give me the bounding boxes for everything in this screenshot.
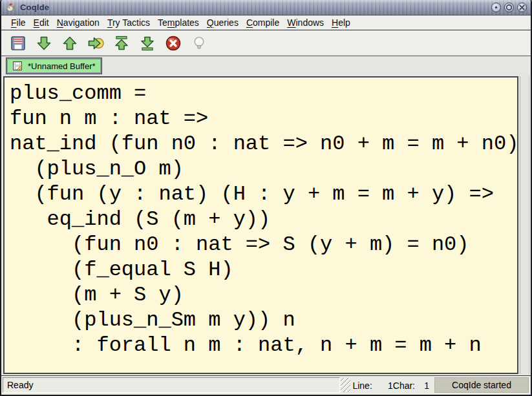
green-up-arrow-icon <box>61 35 78 52</box>
line-value: 1 <box>372 380 393 391</box>
floppy-save-icon <box>10 35 27 52</box>
red-stop-x-icon <box>165 35 182 52</box>
code-line: (plus_n_Sm m y)) n <box>10 307 517 333</box>
window-controls <box>491 3 527 12</box>
code-line: (fun (y : nat) (H : y + m = m + y) => <box>10 182 517 207</box>
code-line: (m + S y) <box>10 282 517 307</box>
coqide-status-panel: CoqIde started <box>434 377 529 393</box>
coqide-window: CoqIde FileEditNavigationTry TacticsTemp… <box>0 0 532 396</box>
code-line: nat_ind (fun n0 : nat => n0 + m = m + n0… <box>10 131 517 156</box>
window-title: CoqIde <box>20 3 49 12</box>
tab-unnamed-buffer[interactable]: *Unnamed Buffer* <box>6 57 102 74</box>
editor-frame: plus_comm =fun n m : nat =>nat_ind (fun … <box>3 76 518 374</box>
menu-item-file[interactable]: File <box>7 16 30 29</box>
down-arrow-to-bar-icon <box>139 35 156 52</box>
code-line: eq_ind (S (m + y)) <box>10 207 517 232</box>
step-backward-button[interactable] <box>59 33 80 54</box>
save-button[interactable] <box>8 33 28 54</box>
code-line: (fun n0 : nat => S (y + m) = n0) <box>10 232 517 257</box>
arrow-into-circle-icon <box>87 35 104 52</box>
menu-item-compile[interactable]: Compile <box>242 16 283 29</box>
toolbar <box>1 30 531 56</box>
char-label: Char: <box>393 380 415 391</box>
step-forward-button[interactable] <box>34 33 54 54</box>
menu-item-windows[interactable]: Windows <box>283 16 328 29</box>
close-button[interactable] <box>517 3 527 12</box>
status-bar: Ready Line: 1 Char: 1 CoqIde started <box>1 375 531 395</box>
x-icon <box>519 5 525 10</box>
menu-item-templates[interactable]: Templates <box>154 16 203 29</box>
coq-rooster-icon <box>5 2 16 13</box>
code-line: fun n m : nat => <box>10 106 517 131</box>
minimize-button[interactable] <box>491 3 501 12</box>
line-char-indicator: Line: 1 Char: 1 <box>351 376 432 395</box>
coqide-status-text: CoqIde started <box>452 380 511 390</box>
go-to-start-button[interactable] <box>111 33 132 54</box>
maximize-button[interactable] <box>504 3 514 12</box>
title-bar[interactable]: CoqIde <box>1 0 531 16</box>
circle-icon <box>505 4 513 11</box>
resize-grip[interactable] <box>341 378 350 392</box>
editor-scrollbar[interactable] <box>520 76 529 374</box>
code-line: plus_comm = <box>10 81 517 106</box>
code-editor[interactable]: plus_comm =fun n m : nat =>nat_ind (fun … <box>5 78 517 358</box>
code-line: (plus_n_O m) <box>10 156 517 182</box>
up-arrow-to-bar-icon <box>113 35 130 52</box>
status-ready-text: Ready <box>7 380 33 390</box>
go-to-end-button[interactable] <box>137 33 158 54</box>
char-value: 1 <box>415 380 429 391</box>
lightbulb-icon <box>191 35 207 52</box>
go-to-cursor-button[interactable] <box>85 33 106 54</box>
main-area: plus_comm =fun n m : nat =>nat_ind (fun … <box>1 76 531 375</box>
line-label: Line: <box>352 380 372 391</box>
menu-item-queries[interactable]: Queries <box>203 16 242 29</box>
code-line: (f_equal S H) <box>10 257 517 282</box>
tab-label: *Unnamed Buffer* <box>27 61 97 71</box>
menu-item-try-tactics[interactable]: Try Tactics <box>103 16 154 29</box>
menu-item-help[interactable]: Help <box>328 16 354 29</box>
status-message-panel: Ready <box>3 377 340 393</box>
menu-bar: FileEditNavigationTry TacticsTemplatesQu… <box>1 16 531 30</box>
dot-icon <box>493 5 499 10</box>
modified-file-icon <box>12 61 23 71</box>
code-line: : forall n m : nat, n + m = m + n <box>10 333 517 358</box>
green-down-arrow-icon <box>36 35 52 52</box>
hint-button[interactable] <box>189 33 209 54</box>
menu-item-navigation[interactable]: Navigation <box>53 16 103 29</box>
menu-item-edit[interactable]: Edit <box>30 16 53 29</box>
tab-row: *Unnamed Buffer* <box>1 56 531 76</box>
interrupt-button[interactable] <box>163 33 184 54</box>
